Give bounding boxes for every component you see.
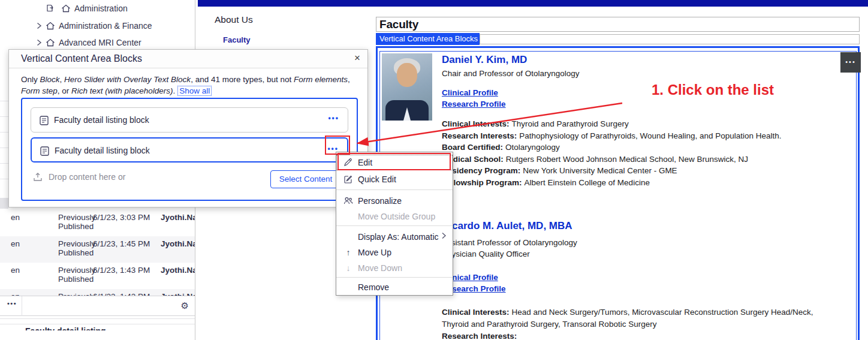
menu-item-display-as[interactable]: Display As: Automatic	[336, 229, 453, 245]
cell-status: Previously Published	[58, 266, 93, 284]
table-toolbar: ••• ⚙	[0, 296, 195, 316]
menu-separator	[336, 225, 453, 226]
faculty-photo	[382, 53, 432, 121]
gear-icon[interactable]: ⚙	[181, 300, 189, 311]
arrow-down-icon: ↓	[343, 263, 353, 273]
annotation-step-text: 1. Click on the list	[652, 82, 774, 98]
faculty-title: Physician Quality Officer	[442, 249, 530, 258]
menu-item-move-down: ↓ Move Down	[336, 260, 453, 276]
detail-line: Fellowship Program:Albert Einstein Colle…	[442, 177, 843, 189]
chevron-right-icon[interactable]	[36, 22, 42, 29]
page-title: Faculty	[379, 18, 418, 31]
arrow-up-icon: ↑	[343, 248, 353, 257]
people-icon	[343, 196, 353, 206]
menu-item-quick-edit[interactable]: Quick Edit	[336, 171, 453, 187]
chevron-right-icon[interactable]	[36, 39, 42, 46]
clipped-tree-label: Faculty detail listing	[25, 326, 106, 330]
faculty-name: Ricardo M. Aulet, MD, MBA	[442, 220, 572, 232]
menu-item-remove[interactable]: Remove	[336, 279, 453, 295]
home-icon	[61, 4, 71, 13]
faculty-name: Daniel Y. Kim, MD	[442, 54, 527, 66]
cell-status: Previously Published	[58, 213, 93, 231]
menu-item-move-outside-group: Move Outside Group	[336, 209, 453, 224]
tree-item-advanced-mri[interactable]: Advanced MRI Center	[36, 38, 141, 47]
content-tree-selected-page[interactable]: Faculty	[223, 35, 251, 44]
block-options-button[interactable]: •••	[840, 52, 861, 73]
top-navy-bar	[198, 0, 868, 7]
row-divider	[0, 148, 8, 148]
research-profile-link[interactable]: Research Profile	[442, 100, 506, 109]
show-all-link[interactable]: Show all	[177, 86, 212, 96]
dialog-title: Vertical Content Area Blocks	[21, 53, 142, 64]
table-row[interactable]: en Previously Published 6/1/23, 1:43 PM …	[0, 263, 195, 289]
placeholder-tab[interactable]: Vertical Content Area Blocks	[376, 33, 480, 45]
faculty-details: Clinical Interests:Thyroid and Parathyro…	[442, 118, 843, 188]
placeholder-tab-strip	[480, 34, 860, 44]
tree-item-label: Administration	[74, 4, 128, 13]
tree-item-label: Advanced MRI Center	[59, 38, 141, 47]
menu-separator	[336, 277, 453, 278]
detail-line: Board Certified:Otolaryngology	[442, 142, 843, 154]
drop-content-hint: Drop content here or	[33, 172, 125, 182]
document-icon	[40, 146, 49, 156]
toolbar-strip	[0, 318, 195, 324]
menu-item-personalize[interactable]: Personalize	[336, 193, 453, 209]
select-content-button[interactable]: Select Content	[270, 170, 341, 188]
dialog-header: Vertical Content Area Blocks ×	[9, 50, 367, 68]
row-divider	[0, 101, 8, 101]
row-divider	[0, 179, 8, 179]
quick-edit-icon	[343, 174, 353, 184]
table-row[interactable]: en Previously Published 6/1/23, 1:45 PM …	[0, 236, 195, 263]
upload-icon	[33, 172, 43, 182]
page-move-icon	[47, 4, 58, 13]
faculty-title: Assistant Professor of Otolaryngology	[442, 238, 577, 247]
cell-status: Previously Published	[58, 239, 93, 257]
cell-language: en	[11, 266, 20, 275]
toolbar-divider	[22, 296, 22, 316]
document-icon	[40, 116, 49, 125]
detail-line: Medical School:Rutgers Robert Wood Johns…	[442, 154, 843, 166]
cell-user: Jyothi.Naga	[161, 213, 195, 222]
detail-line: Clinical Interests:Head and Neck Surgery…	[442, 306, 834, 330]
tree-item-label: Administration & Finance	[59, 21, 152, 31]
detail-line: Research Interests:Pathophysiology of Pa…	[442, 130, 843, 142]
cell-date: 6/1/23, 3:03 PM	[93, 213, 159, 222]
menu-item-move-up[interactable]: ↑ Move Up	[336, 245, 453, 260]
preview-heading-box: Faculty	[376, 17, 860, 32]
table-header-sliver	[0, 198, 8, 209]
cell-date: 6/1/23, 1:45 PM	[93, 239, 159, 248]
block-label: Faculty detail listing block	[55, 146, 150, 155]
row-divider	[0, 132, 8, 133]
vertical-content-area-blocks-dialog: Vertical Content Area Blocks × Only Bloc…	[8, 49, 368, 207]
faculty-title: Chair and Professor of Otolaryngology	[442, 69, 580, 78]
detail-line: Research Interests:	[442, 330, 834, 340]
annotation-box-ellipsis	[325, 136, 350, 155]
cell-user: Jyothi.Naga	[161, 266, 195, 275]
close-icon[interactable]: ×	[354, 52, 360, 64]
cell-user: Jyothi.Naga	[161, 239, 195, 248]
block-menu-button[interactable]: •••	[328, 114, 339, 122]
tree-item-administration[interactable]: Administration	[47, 4, 128, 13]
home-icon	[46, 38, 55, 47]
photo-face	[397, 63, 417, 87]
drop-content-text: Drop content here or	[49, 172, 125, 182]
cell-language: en	[11, 239, 20, 248]
block-context-menu: Edit Quick Edit Personalize Move Outside…	[336, 152, 453, 296]
clinical-profile-link[interactable]: Clinical Profile	[442, 88, 498, 97]
table-row[interactable]: en Previously Published 6/1/23, 3:03 PM …	[0, 210, 195, 236]
dialog-description: Only Block, Hero Slider with Overlay Tex…	[21, 74, 361, 97]
detail-line: Clinical Interests:Thyroid and Parathyro…	[442, 118, 843, 130]
faculty-details: Clinical Interests:Head and Neck Surgery…	[442, 306, 834, 340]
tree-item-administration-finance[interactable]: Administration & Finance	[36, 21, 152, 31]
more-options-button[interactable]: •••	[7, 300, 17, 307]
content-tree-section[interactable]: About Us	[215, 14, 253, 25]
block-item-selected[interactable]: Faculty detail listing block •••	[31, 137, 348, 163]
row-divider	[0, 116, 8, 117]
annotation-box-edit	[337, 153, 451, 170]
menu-separator	[336, 189, 453, 190]
cell-date: 6/1/23, 1:43 PM	[93, 266, 159, 275]
block-label: Faculty detail listing block	[54, 115, 149, 125]
chevron-right-icon	[441, 232, 447, 239]
cell-language: en	[11, 213, 20, 222]
block-item[interactable]: Faculty detail listing block •••	[31, 107, 348, 133]
